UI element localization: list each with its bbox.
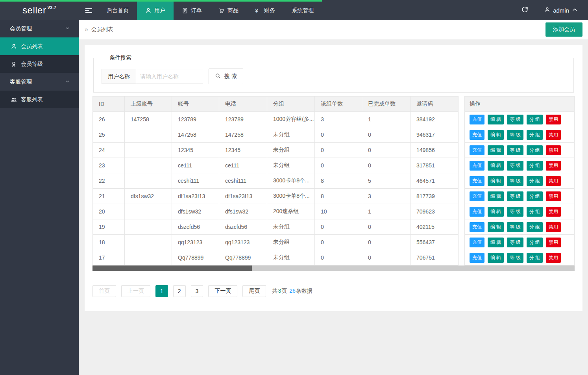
action-level-button[interactable]: 等 级 — [507, 207, 523, 217]
table-body: 261472581237891237891000养客组(多...31384192… — [92, 112, 575, 265]
content: 条件搜索 用户名称 搜 索 ID上级账号账号电话分组该组单数已完成单数邀请码操作… — [79, 39, 588, 317]
action-group-button[interactable]: 分 组 — [527, 238, 543, 247]
refresh-button[interactable] — [513, 6, 536, 14]
nav-item-orders[interactable]: 订单 — [174, 0, 210, 20]
cell-actions: 充值编 辑等 级分 组禁用 — [464, 250, 575, 265]
action-group-button[interactable]: 分 组 — [527, 145, 543, 155]
sidebar-item-service-list[interactable]: 客服列表 — [0, 91, 79, 108]
action-disable-button[interactable]: 禁用 — [546, 115, 561, 124]
cell-id: 20 — [92, 204, 125, 219]
action-recharge-button[interactable]: 充值 — [470, 145, 484, 155]
action-level-button[interactable]: 等 级 — [507, 238, 523, 247]
sidebar-group-member[interactable]: 会员管理 — [0, 20, 79, 37]
page-button-next[interactable]: 下一页 — [208, 285, 237, 297]
cell-group-orders: 10 — [315, 204, 362, 219]
action-recharge-button[interactable]: 充值 — [470, 191, 484, 201]
action-recharge-button[interactable]: 充值 — [470, 238, 484, 247]
action-recharge-button[interactable]: 充值 — [470, 222, 484, 232]
cell-invite-code: 384192 — [410, 112, 459, 127]
action-disable-button[interactable]: 禁用 — [546, 176, 561, 186]
action-disable-button[interactable]: 禁用 — [546, 222, 561, 232]
nav-item-label: 用户 — [154, 7, 165, 14]
action-recharge-button[interactable]: 充值 — [470, 176, 484, 186]
page-button-last[interactable]: 尾页 — [242, 285, 266, 297]
action-level-button[interactable]: 等 级 — [507, 253, 523, 263]
action-recharge-button[interactable]: 充值 — [470, 207, 484, 217]
nav-item-users[interactable]: 用户 — [137, 0, 174, 20]
chevron-up-icon — [572, 7, 578, 14]
action-level-button[interactable]: 等 级 — [507, 222, 523, 232]
action-group-button[interactable]: 分 组 — [527, 191, 543, 201]
cell-completed-orders: 5 — [362, 173, 410, 189]
user-menu[interactable]: admin — [536, 7, 588, 14]
action-level-button[interactable]: 等 级 — [507, 115, 523, 124]
add-member-button[interactable]: 添加会员 — [545, 22, 582, 37]
action-group-button[interactable]: 分 组 — [527, 161, 543, 171]
sidebar-item-member-level[interactable]: 会员等级 — [0, 55, 79, 73]
cell-id: 26 — [92, 112, 125, 127]
action-group-button[interactable]: 分 组 — [527, 253, 543, 263]
nav-item-finance[interactable]: ¥财务 — [247, 0, 283, 20]
nav-item-system[interactable]: 系统管理 — [283, 0, 322, 20]
col-header-actions: 操作 — [464, 96, 575, 112]
topbar-left: sellerV3.7 后台首页用户订单商品¥财务系统管理 — [0, 0, 322, 20]
action-edit-button[interactable]: 编 辑 — [488, 130, 504, 140]
action-level-button[interactable]: 等 级 — [507, 191, 523, 201]
action-edit-button[interactable]: 编 辑 — [488, 115, 504, 124]
cell-id: 24 — [92, 143, 125, 158]
member-table: ID上级账号账号电话分组该组单数已完成单数邀请码操作 2614725812378… — [92, 96, 575, 265]
action-edit-button[interactable]: 编 辑 — [488, 253, 504, 263]
action-edit-button[interactable]: 编 辑 — [488, 191, 504, 201]
search-button[interactable]: 搜 索 — [209, 69, 243, 84]
action-disable-button[interactable]: 禁用 — [546, 238, 561, 247]
scrollbar-thumb[interactable] — [92, 265, 252, 271]
action-edit-button[interactable]: 编 辑 — [488, 145, 504, 155]
action-recharge-button[interactable]: 充值 — [470, 115, 484, 124]
action-edit-button[interactable]: 编 辑 — [488, 238, 504, 247]
action-recharge-button[interactable]: 充值 — [470, 161, 484, 171]
action-level-button[interactable]: 等 级 — [507, 145, 523, 155]
person-icon — [11, 43, 17, 50]
fixed-column-gap — [459, 219, 464, 235]
action-group-button[interactable]: 分 组 — [527, 176, 543, 186]
action-recharge-button[interactable]: 充值 — [470, 130, 484, 140]
cell-id: 17 — [92, 250, 125, 265]
page-button-page-1[interactable]: 1 — [155, 285, 168, 297]
action-group-button[interactable]: 分 组 — [527, 130, 543, 140]
action-disable-button[interactable]: 禁用 — [546, 145, 561, 155]
table-row: 18qq123123qq123123未分组00556437充值编 辑等 级分 组… — [92, 235, 575, 250]
action-edit-button[interactable]: 编 辑 — [488, 207, 504, 217]
cell-group: 未分组 — [267, 127, 315, 143]
cell-group: 3000卡单8个... — [267, 173, 315, 189]
action-disable-button[interactable]: 禁用 — [546, 253, 561, 263]
search-button-label: 搜 索 — [224, 73, 237, 80]
action-group-button[interactable]: 分 组 — [527, 115, 543, 124]
page-button-page-2[interactable]: 2 — [173, 285, 186, 297]
action-group-button[interactable]: 分 组 — [527, 222, 543, 232]
menu-toggle-icon[interactable] — [79, 0, 98, 20]
table-row: 17Qq778899Qq778899未分组00706751充值编 辑等 级分 组… — [92, 250, 575, 265]
sidebar-item-member-list[interactable]: 会员列表 — [0, 37, 79, 55]
action-level-button[interactable]: 等 级 — [507, 130, 523, 140]
action-group-button[interactable]: 分 组 — [527, 207, 543, 217]
action-edit-button[interactable]: 编 辑 — [488, 161, 504, 171]
action-disable-button[interactable]: 禁用 — [546, 161, 561, 171]
action-edit-button[interactable]: 编 辑 — [488, 222, 504, 232]
nav-item-goods[interactable]: 商品 — [210, 0, 247, 20]
username-input[interactable] — [136, 69, 203, 84]
page-button-page-3[interactable]: 3 — [191, 285, 203, 297]
action-edit-button[interactable]: 编 辑 — [488, 176, 504, 186]
action-disable-button[interactable]: 禁用 — [546, 130, 561, 140]
nav-item-home[interactable]: 后台首页 — [98, 0, 137, 20]
refresh-icon — [521, 6, 528, 14]
sidebar-group-service[interactable]: 客服管理 — [0, 73, 79, 91]
cell-phone: Qq778899 — [219, 250, 267, 265]
action-level-button[interactable]: 等 级 — [507, 176, 523, 186]
fixed-column-gap — [459, 112, 464, 127]
action-level-button[interactable]: 等 级 — [507, 161, 523, 171]
cell-completed-orders: 0 — [362, 219, 410, 235]
action-disable-button[interactable]: 禁用 — [546, 207, 561, 217]
action-recharge-button[interactable]: 充值 — [470, 253, 484, 263]
action-disable-button[interactable]: 禁用 — [546, 191, 561, 201]
cell-account: qq123123 — [172, 235, 219, 250]
